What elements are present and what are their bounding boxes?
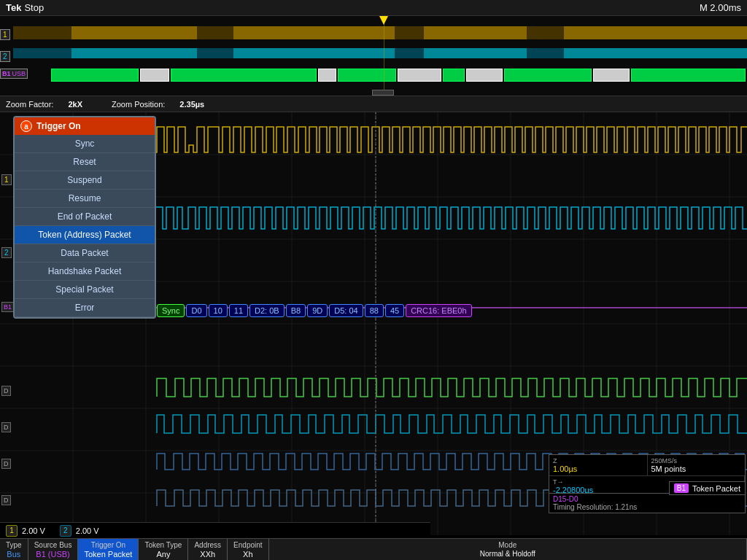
packet-10: 10 [209,304,228,317]
bottom-status-bar: Type Bus Source Bus B1 (USB) Trigger On … [0,538,747,560]
address-label: Address [194,541,221,549]
ch1-wave-overview [13,26,747,39]
channel-info-panel: D15-D0 Timing Resolution: 1.21ns [549,493,746,513]
ch2-wave-overview [13,48,747,58]
status-trigger-on[interactable]: Trigger On Token Packet [78,539,139,561]
ch1-label: 1 [1,174,12,185]
packet-d0: D0 [186,304,206,317]
ch2-label-overview: 2 [0,51,10,62]
token-type-label: Token Type [144,541,182,549]
menu-item-resume[interactable]: Resume [15,190,155,208]
usb-block-8 [466,69,503,82]
trigger-arrow [379,16,388,25]
trigger-on-label: Trigger On [91,541,125,549]
menu-item-eop[interactable]: End of Packet [15,208,155,226]
menu-item-handshake[interactable]: Handshake Packet [15,262,155,281]
packet-45: 45 [385,304,404,317]
sample-rate: 250MS/s [651,457,742,464]
usb-block-4 [318,69,336,82]
endpoint-val: Xh [243,550,252,559]
menu-item-sync[interactable]: Sync [15,135,155,153]
time-div: M 2.00ms [700,2,741,13]
trigger-on-val: Token Packet [84,550,132,559]
source-val: B1 (USB) [36,550,69,559]
usb-block-3 [171,69,317,82]
packet-11: 11 [229,304,248,317]
usb-block-11 [631,69,746,82]
ch1-volt-val: 2.00 V [22,526,45,535]
usb-block-5 [338,69,396,82]
zoom-pos-label: Zoom Position: [112,100,165,109]
zoom-factor-label: Zoom Factor: [6,100,53,109]
d-label-3: D [1,459,11,469]
usb-bus-label-overview: B1 USB [0,69,28,79]
menu-header-label: Trigger On [36,121,81,131]
zoom-bar: Zoom Factor: 2kX Zoom Position: 2.35µs [0,96,747,112]
usb-block-1 [51,69,139,82]
trigger-on-menu: a Trigger On Sync Reset Suspend Resume E… [13,116,156,319]
ch1-volt-item: 1 2.00 V [6,525,45,537]
ch2-volt-val: 2.00 V [76,526,99,535]
endpoint-label: Endpoint [233,541,262,549]
zoom-factor-val: 2kX [68,100,82,109]
packet-d2ob: D2: 0B [249,304,285,317]
usb-block-6 [398,69,441,82]
z-val: 1.00µs [553,464,643,473]
status-source-bus[interactable]: Source Bus B1 (USB) [28,539,79,561]
timing-res: Timing Resolution: 1.21ns [553,503,741,511]
mode-val: Normal & Holdoff [480,550,535,558]
type-val: Bus [7,550,20,559]
bus-label: B1 [1,302,14,312]
channel-range: D15-D0 [553,495,741,503]
usb-block-7 [443,69,465,82]
menu-header: a Trigger On [15,117,155,135]
status-endpoint[interactable]: Endpoint Xh [228,539,268,561]
main-waveform: 1 2 B1 D D D D a Trigger On Sync Reset S… [0,112,747,535]
menu-item-reset[interactable]: Reset [15,153,155,171]
type-label: Type [6,541,22,549]
address-val: XXh [200,550,215,559]
ch2-label: 2 [1,247,12,258]
usb-block-9 [504,69,592,82]
mode-label: Mode [498,541,516,549]
d-label-4: D [1,495,11,505]
usb-block-10 [593,69,630,82]
trigger-icon: a [20,120,32,132]
ch2-volt-item: 2 2.00 V [60,525,99,537]
source-label: Source Bus [34,541,72,549]
status-mode[interactable]: Mode Normal & Holdoff [269,539,747,561]
points: 5M points [651,464,742,473]
status-token-type[interactable]: Token Type Any [139,539,188,561]
menu-item-data[interactable]: Data Packet [15,244,155,262]
packet-9d: 9D [307,304,328,317]
d-label-1: D [1,386,11,396]
ch1-num: 1 [6,525,18,537]
packet-b8: B8 [286,304,306,317]
ch2-num: 2 [60,525,71,537]
status-address[interactable]: Address XXh [188,539,228,561]
packet-sync: Sync [157,304,185,317]
ch1-label-overview: 1 [0,29,10,40]
packet-crc: CRC16: EBE0h [406,304,471,317]
packet-decode-row: Sync D0 10 11 D2: 0B B8 9D D5: 04 88 45 … [157,300,747,321]
menu-item-token[interactable]: Token (Address) Packet [15,226,155,244]
menu-item-suspend[interactable]: Suspend [15,171,155,190]
token-packet-badge: B1 Token Packet [669,481,746,495]
trigger-line [384,16,384,96]
status-type-bus[interactable]: Type Bus [0,539,28,561]
overview-waveform: 1 2 B1 USB [0,16,747,96]
tek-logo: Tek [6,2,21,13]
token-type-val: Any [156,550,170,559]
packet-88: 88 [365,304,384,317]
stop-label: Stop [24,2,44,13]
menu-item-error[interactable]: Error [15,299,155,317]
d-label-2: D [1,422,11,432]
menu-item-special[interactable]: Special Packet [15,281,155,299]
usb-block-2 [140,69,169,82]
zoom-region [372,90,394,96]
z-label: Z [553,457,643,464]
bus-badge: B1 [674,483,689,493]
volt-bar: 1 2.00 V 2 2.00 V [0,522,430,538]
zoom-pos-val: 2.35µs [179,100,204,109]
packet-d504: D5: 04 [329,304,363,317]
